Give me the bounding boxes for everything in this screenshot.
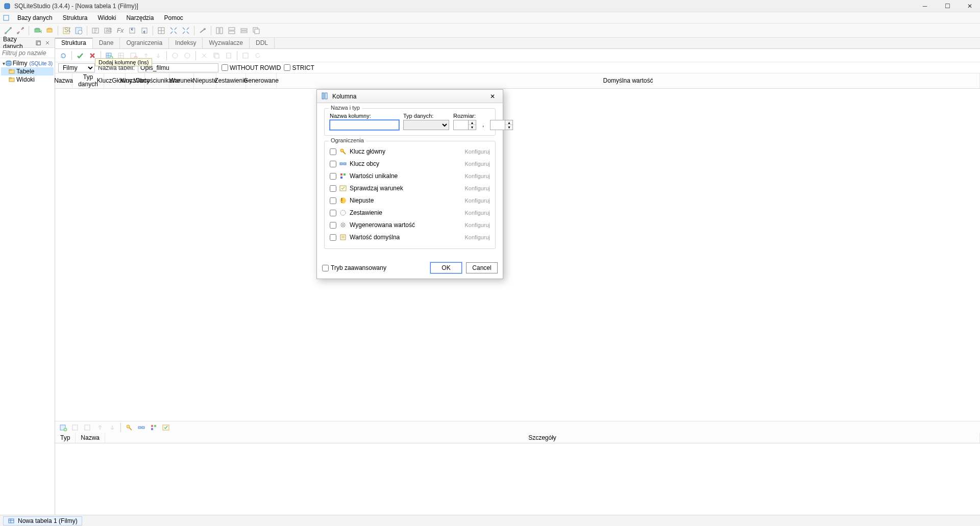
move-up-constraint-icon[interactable] — [95, 422, 105, 433]
taskbar-item[interactable]: Nowa tabela 1 (Filmy) — [3, 516, 82, 525]
constraint-collate-checkbox[interactable] — [330, 210, 336, 216]
close-button[interactable]: ✕ — [963, 1, 977, 11]
cascade-icon[interactable] — [239, 26, 249, 36]
tile-v-icon[interactable] — [227, 26, 237, 36]
col-header-collate[interactable]: Zestawienie — [216, 73, 246, 88]
menu-databases[interactable]: Bazy danych — [12, 13, 58, 22]
create-similar-icon[interactable] — [240, 51, 251, 61]
grid-icon[interactable] — [156, 26, 166, 36]
edit-tbl-constraint-icon[interactable] — [70, 422, 81, 433]
export-icon[interactable] — [139, 26, 150, 36]
tree-tables-row[interactable]: Tabele — [1, 67, 54, 76]
cut-icon[interactable] — [199, 51, 209, 61]
constraints-col-details[interactable]: Szczegóły — [105, 433, 980, 443]
copy-icon[interactable] — [211, 51, 222, 61]
maximize-button[interactable]: ☐ — [940, 1, 954, 11]
tab-ddl[interactable]: DDL — [250, 38, 275, 48]
sql-editor-icon[interactable]: SQL — [61, 26, 71, 36]
pk-constraint-icon[interactable] — [124, 422, 134, 433]
constraint-generated-checkbox[interactable] — [330, 222, 336, 229]
constraint-pk-checkbox[interactable] — [330, 148, 336, 155]
settings-icon[interactable] — [198, 26, 208, 36]
col-header-default[interactable]: Domyślna wartość — [277, 73, 980, 88]
constraint-unique-configure[interactable]: Konfiguruj — [464, 173, 490, 179]
col-header-name[interactable]: Nazwa — [55, 73, 72, 88]
sidebar-close-icon[interactable] — [43, 39, 52, 47]
expand-icon[interactable] — [168, 26, 179, 36]
paste-icon[interactable] — [224, 51, 234, 61]
windows-icon[interactable] — [251, 26, 261, 36]
check-constraint-icon[interactable] — [161, 422, 171, 433]
constraint-check-checkbox[interactable] — [330, 185, 336, 192]
refresh-icon[interactable] — [58, 51, 68, 61]
reset-icon[interactable] — [253, 51, 263, 61]
advanced-mode-checkbox[interactable]: Tryb zaawansowany — [322, 264, 386, 271]
add-tbl-constraint-icon[interactable] — [58, 422, 68, 433]
tab-indexes[interactable]: Indeksy — [169, 38, 203, 48]
import-icon[interactable] — [127, 26, 137, 36]
menu-tools[interactable]: Narzędzia — [121, 13, 159, 22]
constraint-collate-configure[interactable]: Konfiguruj — [464, 210, 490, 216]
col-header-generated[interactable]: Generowane — [246, 73, 277, 88]
menu-structure[interactable]: Struktura — [58, 13, 93, 22]
menu-help[interactable]: Pomoc — [159, 13, 188, 22]
menu-views[interactable]: Widoki — [92, 13, 121, 22]
commit-icon[interactable] — [75, 51, 85, 61]
dialog-close-button[interactable]: ✕ — [486, 91, 499, 102]
size1-up[interactable]: ▲ — [469, 120, 476, 125]
constraints-col-name[interactable]: Nazwa — [76, 433, 105, 443]
column-size2-input[interactable] — [490, 120, 505, 130]
move-down-icon[interactable] — [153, 51, 163, 61]
constraint-default-checkbox[interactable] — [330, 234, 336, 241]
constraint-notnull-configure[interactable]: Konfiguruj — [464, 197, 490, 204]
connect-icon[interactable] — [3, 26, 13, 36]
constraint-fk-checkbox[interactable] — [330, 161, 336, 167]
constraint-fk-configure[interactable]: Konfiguruj — [464, 161, 490, 167]
col-header-check[interactable]: Warunek — [169, 73, 194, 88]
strict-checkbox[interactable]: STRICT — [284, 64, 314, 71]
compress-icon[interactable] — [181, 26, 191, 36]
minimize-button[interactable]: ─ — [918, 1, 932, 11]
dialog-titlebar[interactable]: Kolumna ✕ — [317, 90, 503, 103]
constraint-pk-configure[interactable]: Konfiguruj — [464, 148, 490, 155]
constraint-check-configure[interactable]: Konfiguruj — [464, 185, 490, 191]
add-constraint-icon[interactable] — [170, 51, 180, 61]
col-header-unique[interactable]: Wartościunikalne — [145, 73, 169, 88]
column-name-input[interactable] — [330, 120, 399, 130]
move-down-constraint-icon[interactable] — [107, 422, 117, 433]
db-selector[interactable]: Filmy — [58, 63, 95, 72]
without-rowid-checkbox[interactable]: WITHOUT ROWID — [222, 64, 281, 71]
add-db-icon[interactable]: + — [32, 26, 42, 36]
edit-constraint-icon[interactable] — [182, 51, 192, 61]
tab-triggers[interactable]: Wyzwalacze — [203, 38, 250, 48]
column-type-select[interactable] — [403, 120, 449, 130]
size1-down[interactable]: ▼ — [469, 125, 476, 130]
size2-down[interactable]: ▼ — [505, 125, 512, 130]
tree-db-row[interactable]: ▾ Filmy (SQLite 3) — [1, 59, 54, 67]
tab-constraints[interactable]: Ograniczenia — [120, 38, 169, 48]
disconnect-icon[interactable] — [15, 26, 26, 36]
constraint-generated-configure[interactable]: Konfiguruj — [464, 222, 490, 228]
cancel-button[interactable]: Cancel — [466, 262, 498, 273]
constraint-default-configure[interactable]: Konfiguruj — [464, 234, 490, 240]
edit-db-icon[interactable] — [44, 26, 55, 36]
tile-h-icon[interactable] — [214, 26, 225, 36]
unique-constraint-icon[interactable] — [149, 422, 159, 433]
fk-constraint-icon[interactable] — [136, 422, 146, 433]
constraint-unique-checkbox[interactable] — [330, 173, 336, 180]
ok-button[interactable]: OK — [430, 262, 462, 273]
sidebar-float-icon[interactable] — [34, 39, 42, 47]
constraints-col-type[interactable]: Typ — [55, 433, 76, 443]
tree-views-row[interactable]: Widoki — [1, 76, 54, 84]
sidebar-filter-input[interactable] — [0, 48, 55, 58]
size2-up[interactable]: ▲ — [505, 120, 512, 125]
col-header-notnull[interactable]: Niepuste — [194, 73, 216, 88]
sql-history-icon[interactable] — [74, 26, 84, 36]
tab-structure[interactable]: Struktura — [55, 38, 93, 48]
fx-icon[interactable]: Fx — [115, 26, 125, 36]
column-size1-input[interactable] — [453, 120, 469, 130]
tab-data[interactable]: Dane — [93, 38, 120, 48]
chevron-down-icon[interactable]: ▾ — [2, 61, 6, 66]
function-editor-icon[interactable] — [90, 26, 101, 36]
constraint-notnull-checkbox[interactable] — [330, 197, 336, 204]
